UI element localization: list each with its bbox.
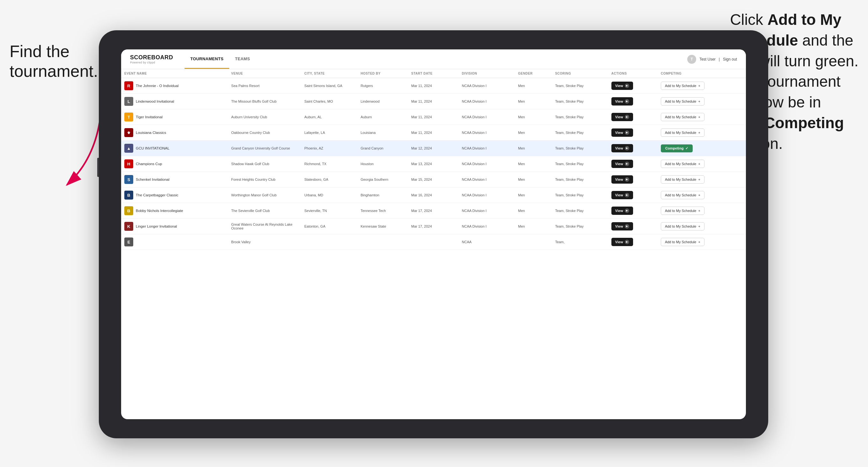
scoring-cell-10: Team, [552, 234, 608, 250]
tablet-frame: SCOREBOARD Powered by clippd TOURNAMENTS… [99, 30, 768, 438]
event-name-cell-10: E [121, 234, 228, 250]
date-cell-7: Mar 16, 2024 [408, 187, 459, 203]
view-button-0[interactable]: View ▶ [611, 82, 633, 90]
scoring-cell-4: Team, Stroke Play [552, 141, 608, 156]
competing-cell-10: Add to My Schedule + [658, 234, 746, 250]
add-schedule-button-9[interactable]: Add to My Schedule + [661, 222, 705, 230]
view-button-7[interactable]: View ▶ [611, 191, 633, 199]
venue-cell-10: Brook Valley [228, 234, 301, 250]
add-schedule-button-2[interactable]: Add to My Schedule + [661, 113, 705, 121]
date-cell-5: Mar 13, 2024 [408, 156, 459, 172]
play-icon-1: ▶ [625, 99, 629, 103]
date-cell-10 [408, 234, 459, 250]
gender-cell-4: Men [515, 141, 552, 156]
table-container[interactable]: EVENT NAME VENUE CITY, STATE HOSTED BY S… [121, 69, 746, 419]
competing-cell-9: Add to My Schedule + [658, 219, 746, 234]
city-cell-5: Richmond, TX [301, 156, 357, 172]
view-button-6[interactable]: View ▶ [611, 175, 633, 184]
table-row: E Brook Valley NCAA Team, View ▶ Add to … [121, 234, 746, 250]
actions-cell-3: View ▶ [608, 125, 658, 141]
scoring-cell-2: Team, Stroke Play [552, 110, 608, 125]
team-logo-8: B [124, 206, 133, 215]
event-name-7: The Carpetbagger Classic [136, 193, 179, 197]
city-cell-0: Saint Simons Island, GA [301, 78, 357, 94]
team-logo-7: B [124, 191, 133, 199]
add-schedule-button-10[interactable]: Add to My Schedule + [661, 238, 705, 246]
city-cell-3: Lafayette, LA [301, 125, 357, 141]
division-cell-0: NCAA Division I [459, 78, 515, 94]
col-header-date: START DATE [408, 69, 459, 78]
view-button-2[interactable]: View ▶ [611, 113, 633, 121]
event-name-cell-9: K Linger Longer Invitational [121, 219, 228, 234]
view-button-4[interactable]: View ▶ [611, 144, 633, 152]
tab-tournaments[interactable]: TOURNAMENTS [185, 50, 229, 69]
date-cell-0: Mar 11, 2024 [408, 78, 459, 94]
tab-teams[interactable]: TEAMS [229, 50, 256, 69]
competing-button-4[interactable]: Competing ✓ [661, 145, 693, 152]
tablet-screen: SCOREBOARD Powered by clippd TOURNAMENTS… [121, 50, 746, 419]
division-cell-6: NCAA Division I [459, 172, 515, 187]
team-logo-10: E [124, 238, 133, 246]
view-button-8[interactable]: View ▶ [611, 207, 633, 215]
add-schedule-button-1[interactable]: Add to My Schedule + [661, 97, 705, 105]
view-button-1[interactable]: View ▶ [611, 97, 633, 105]
scoring-cell-3: Team, Stroke Play [552, 125, 608, 141]
play-icon-2: ▶ [625, 115, 629, 119]
date-cell-1: Mar 11, 2024 [408, 94, 459, 110]
col-header-event: EVENT NAME [121, 69, 228, 78]
actions-cell-10: View ▶ [608, 234, 658, 250]
hosted-cell-5: Houston [357, 156, 408, 172]
logo-text: SCOREBOARD [130, 54, 173, 61]
scoring-cell-6: Team, Stroke Play [552, 172, 608, 187]
view-button-3[interactable]: View ▶ [611, 128, 633, 137]
add-schedule-button-3[interactable]: Add to My Schedule + [661, 128, 705, 137]
add-schedule-button-6[interactable]: Add to My Schedule + [661, 175, 705, 184]
logo-sub: Powered by clippd [130, 61, 173, 64]
event-name-4: GCU INVITATIONAL [136, 146, 169, 150]
competing-cell-2: Add to My Schedule + [658, 110, 746, 125]
event-name-0: The Johnnie - O Individual [136, 84, 179, 88]
scoring-cell-8: Team, Stroke Play [552, 203, 608, 219]
scoring-cell-9: Team, Stroke Play [552, 219, 608, 234]
gender-cell-9: Men [515, 219, 552, 234]
add-schedule-button-7[interactable]: Add to My Schedule + [661, 191, 705, 199]
table-row: K Linger Longer Invitational Great Water… [121, 219, 746, 234]
event-name-8: Bobby Nichols Intercollegiate [136, 209, 183, 213]
event-name-1: Lindenwood Invitational [136, 99, 174, 103]
venue-cell-3: Oakbourne Country Club [228, 125, 301, 141]
add-schedule-button-5[interactable]: Add to My Schedule + [661, 160, 705, 168]
city-cell-7: Urbana, MD [301, 187, 357, 203]
view-button-9[interactable]: View ▶ [611, 222, 633, 230]
competing-cell-3: Add to My Schedule + [658, 125, 746, 141]
sign-out-link[interactable]: Sign out [723, 57, 737, 62]
view-button-5[interactable]: View ▶ [611, 160, 633, 168]
venue-cell-7: Worthington Manor Golf Club [228, 187, 301, 203]
actions-cell-2: View ▶ [608, 110, 658, 125]
col-header-hosted: HOSTED BY [357, 69, 408, 78]
table-row: H Champions Cup Shadow Hawk Golf Club Ri… [121, 156, 746, 172]
event-name-9: Linger Longer Invitational [136, 224, 177, 228]
table-body: R The Johnnie - O Individual Sea Palms R… [121, 78, 746, 250]
col-header-division: DIVISION [459, 69, 515, 78]
venue-cell-9: Great Waters Course At Reynolds Lake Oco… [228, 219, 301, 234]
user-name: Test User [700, 57, 716, 62]
add-schedule-button-0[interactable]: Add to My Schedule + [661, 82, 705, 90]
view-button-10[interactable]: View ▶ [611, 238, 633, 246]
gender-cell-0: Men [515, 78, 552, 94]
add-schedule-button-8[interactable]: Add to My Schedule + [661, 207, 705, 215]
hosted-cell-2: Auburn [357, 110, 408, 125]
hosted-cell-8: Tennessee Tech [357, 203, 408, 219]
logo-area: SCOREBOARD Powered by clippd [130, 54, 173, 64]
venue-cell-4: Grand Canyon University Golf Course [228, 141, 301, 156]
pipe-separator: | [719, 57, 720, 62]
hosted-cell-4: Grand Canyon [357, 141, 408, 156]
col-header-competing: COMPETING [658, 69, 746, 78]
division-cell-1: NCAA Division I [459, 94, 515, 110]
actions-cell-8: View ▶ [608, 203, 658, 219]
hosted-cell-10 [357, 234, 408, 250]
venue-cell-2: Auburn University Club [228, 110, 301, 125]
gender-cell-3: Men [515, 125, 552, 141]
competing-cell-7: Add to My Schedule + [658, 187, 746, 203]
competing-cell-1: Add to My Schedule + [658, 94, 746, 110]
competing-cell-0: Add to My Schedule + [658, 78, 746, 94]
